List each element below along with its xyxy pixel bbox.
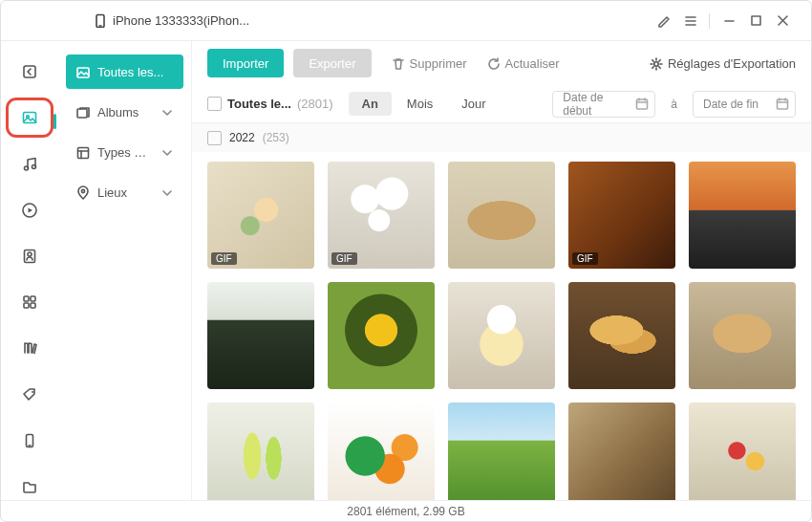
year-checkbox[interactable] bbox=[207, 131, 222, 145]
svg-rect-9 bbox=[24, 66, 35, 77]
photo-grid-scroll[interactable]: GIFGIFGIF bbox=[192, 152, 811, 500]
iconbar bbox=[1, 41, 58, 500]
sidebar-item-label: Toutes les... bbox=[97, 65, 174, 79]
refresh-label: Actualiser bbox=[505, 56, 560, 71]
phone-icon bbox=[93, 13, 107, 28]
iconbar-photos[interactable] bbox=[12, 104, 47, 131]
photo-thumbnail[interactable] bbox=[689, 162, 796, 269]
iconbar-books[interactable] bbox=[12, 335, 47, 361]
iconbar-music[interactable] bbox=[12, 150, 47, 177]
svg-marker-15 bbox=[29, 207, 33, 212]
titlebar: iPhone 1333333(iPhon... bbox=[1, 1, 811, 41]
photo-thumbnail[interactable] bbox=[689, 402, 796, 500]
gif-badge: GIF bbox=[331, 252, 357, 265]
export-settings-label: Réglages d'Exportation bbox=[668, 56, 796, 71]
svg-point-17 bbox=[28, 252, 32, 256]
date-start-input[interactable]: Date de début bbox=[552, 91, 655, 118]
photo-thumbnail[interactable] bbox=[448, 402, 555, 500]
video-icon bbox=[21, 202, 38, 219]
menu-icon bbox=[683, 13, 697, 28]
toolbar: Importer Exporter Supprimer Actualiser R… bbox=[192, 41, 811, 85]
status-text: 2801 élément, 2.99 GB bbox=[347, 505, 464, 518]
sidebar-item-label: Albums bbox=[97, 105, 152, 120]
sidebar-item-albums[interactable]: Albums bbox=[66, 95, 183, 129]
files-icon bbox=[21, 478, 38, 495]
close-button[interactable] bbox=[769, 8, 796, 34]
iconbar-tags[interactable] bbox=[12, 381, 47, 407]
titlebar-divider bbox=[709, 13, 710, 29]
photo-thumbnail[interactable] bbox=[448, 162, 555, 269]
svg-point-30 bbox=[81, 189, 84, 192]
photo-thumbnail[interactable] bbox=[448, 282, 555, 389]
export-settings-button[interactable]: Réglages d'Exportation bbox=[649, 56, 796, 71]
date-end-placeholder: Date de fin bbox=[703, 98, 759, 111]
close-icon bbox=[776, 13, 790, 28]
device-name-text: iPhone 1333333(iPhon... bbox=[113, 13, 249, 28]
device-icon bbox=[21, 432, 38, 449]
gif-badge: GIF bbox=[572, 252, 598, 265]
svg-rect-27 bbox=[78, 147, 89, 158]
photo-thumbnail[interactable] bbox=[328, 282, 435, 389]
seg-year[interactable]: An bbox=[349, 92, 392, 116]
iconbar-video[interactable] bbox=[12, 197, 47, 224]
svg-rect-18 bbox=[24, 296, 29, 301]
image-icon bbox=[75, 65, 90, 79]
photos-icon bbox=[21, 109, 38, 126]
svg-point-13 bbox=[32, 164, 36, 168]
delete-button[interactable]: Supprimer bbox=[391, 56, 467, 71]
select-all-label: Toutes le... bbox=[227, 97, 291, 111]
photo-thumbnail[interactable]: GIF bbox=[328, 162, 435, 269]
photo-thumbnail[interactable]: GIF bbox=[207, 162, 314, 269]
tags-icon bbox=[21, 386, 38, 403]
iconbar-contacts[interactable] bbox=[12, 243, 47, 270]
date-end-input[interactable]: Date de fin bbox=[693, 91, 796, 118]
import-button[interactable]: Importer bbox=[207, 49, 284, 77]
select-all-checkbox[interactable] bbox=[207, 97, 222, 111]
chevron-down-icon bbox=[160, 185, 174, 200]
books-icon bbox=[21, 339, 38, 357]
refresh-icon bbox=[486, 56, 501, 71]
chevron-down-icon bbox=[160, 105, 174, 120]
iconbar-apps[interactable] bbox=[12, 289, 47, 315]
photo-thumbnail[interactable] bbox=[207, 282, 314, 389]
photo-thumbnail[interactable] bbox=[328, 402, 435, 500]
photo-thumbnail[interactable]: GIF bbox=[568, 162, 675, 269]
iconbar-export[interactable] bbox=[12, 58, 47, 85]
menu-button[interactable] bbox=[676, 8, 703, 34]
photo-thumbnail[interactable] bbox=[568, 282, 675, 389]
photo-thumbnail[interactable] bbox=[689, 282, 796, 389]
svg-point-22 bbox=[32, 391, 33, 393]
main-area: Toutes les... Albums Types de... Lieux I… bbox=[1, 41, 811, 500]
refresh-button[interactable]: Actualiser bbox=[486, 56, 560, 71]
date-to-label: à bbox=[671, 98, 677, 111]
contacts-icon bbox=[21, 248, 38, 265]
filterbar: Toutes le... (2801) An Mois Jour Date de… bbox=[192, 85, 811, 123]
chevron-down-icon bbox=[160, 145, 174, 160]
maximize-button[interactable] bbox=[742, 8, 769, 34]
apps-icon bbox=[21, 294, 38, 311]
select-all-count: (2801) bbox=[297, 97, 333, 111]
minimize-button[interactable] bbox=[716, 8, 742, 34]
photo-thumbnail[interactable] bbox=[568, 402, 675, 500]
sidebar-item-types[interactable]: Types de... bbox=[66, 135, 183, 169]
select-all-group: Toutes le... (2801) bbox=[207, 97, 333, 111]
sidebar-item-all-photos[interactable]: Toutes les... bbox=[66, 54, 183, 89]
seg-month[interactable]: Mois bbox=[394, 92, 446, 116]
iconbar-device[interactable] bbox=[12, 427, 47, 454]
export-icon bbox=[21, 63, 38, 80]
minimize-icon bbox=[722, 13, 737, 28]
photo-thumbnail[interactable] bbox=[207, 402, 314, 500]
sidebar-item-label: Lieux bbox=[97, 185, 152, 200]
iconbar-files[interactable] bbox=[12, 473, 47, 500]
pencil-icon bbox=[656, 13, 671, 28]
svg-rect-10 bbox=[24, 113, 36, 123]
svg-point-12 bbox=[25, 166, 29, 170]
statusbar: 2801 élément, 2.99 GB bbox=[1, 500, 811, 521]
sidebar-item-places[interactable]: Lieux bbox=[66, 175, 183, 209]
edit-button[interactable] bbox=[650, 8, 676, 34]
export-button[interactable]: Exporter bbox=[293, 49, 371, 77]
gif-badge: GIF bbox=[211, 252, 237, 265]
seg-day[interactable]: Jour bbox=[448, 92, 499, 116]
svg-rect-32 bbox=[637, 99, 648, 109]
year-label: 2022 bbox=[229, 131, 255, 144]
